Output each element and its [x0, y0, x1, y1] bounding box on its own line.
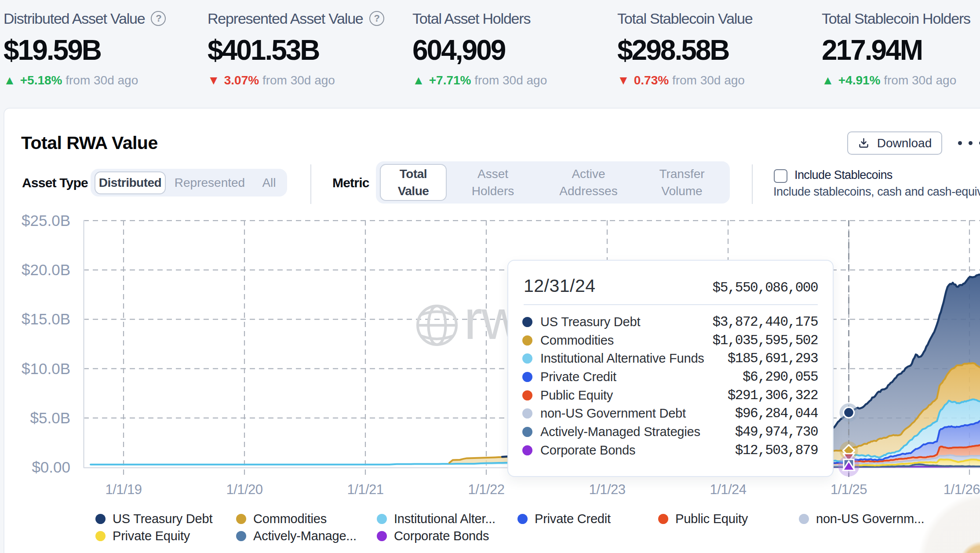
svg-text:1/1/23: 1/1/23 [589, 482, 625, 497]
svg-text:1/1/24: 1/1/24 [710, 482, 746, 497]
svg-text:1/1/20: 1/1/20 [226, 482, 262, 497]
svg-text:$0.00: $0.00 [32, 458, 70, 476]
svg-text:1/1/26: 1/1/26 [944, 482, 980, 497]
svg-text:$10.0B: $10.0B [22, 360, 70, 377]
svg-text:1/1/19: 1/1/19 [105, 482, 142, 497]
svg-text:$25.0B: $25.0B [22, 212, 70, 229]
svg-text:$15.0B: $15.0B [22, 310, 70, 327]
svg-text:$20.0B: $20.0B [22, 261, 70, 278]
svg-text:$5.0B: $5.0B [30, 409, 70, 426]
svg-text:1/1/21: 1/1/21 [347, 482, 383, 497]
svg-text:1/1/22: 1/1/22 [468, 482, 504, 497]
svg-text:1/1/25: 1/1/25 [831, 482, 867, 497]
